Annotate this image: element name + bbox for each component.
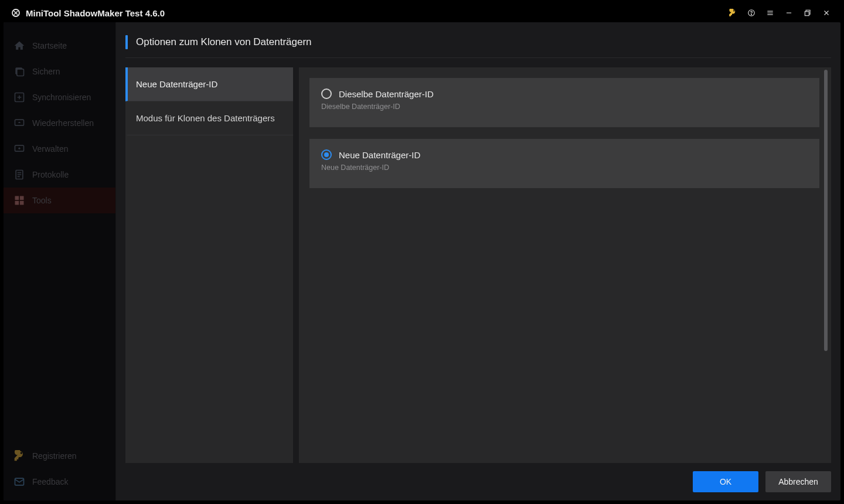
radio-new-id[interactable] xyxy=(321,149,332,160)
scrollbar-thumb[interactable] xyxy=(824,70,828,351)
sync-icon xyxy=(13,91,25,103)
sidebar-item-label: Tools xyxy=(32,196,52,205)
svg-rect-11 xyxy=(15,196,19,200)
subtab-klon-modus[interactable]: Modus für Klonen des Datenträgers xyxy=(125,101,293,135)
content-area: Optionen zum Klonen von Datenträgern Neu… xyxy=(116,22,840,500)
sidebar-item-label: Registrieren xyxy=(32,451,76,461)
log-icon xyxy=(13,169,25,181)
titlebar-close-icon[interactable] xyxy=(817,5,836,21)
tools-icon xyxy=(13,195,25,206)
sidebar-item-label: Wiederherstellen xyxy=(32,118,94,128)
sidebar-item-wiederherstellen[interactable]: Wiederherstellen xyxy=(4,110,115,136)
sidebar-item-synchronisieren[interactable]: Synchronisieren xyxy=(4,84,115,110)
subtab-neue-datentraeger-id[interactable]: Neue Datenträger-ID xyxy=(125,67,293,101)
sidebar-item-label: Verwalten xyxy=(32,144,68,154)
svg-point-9 xyxy=(18,148,20,149)
sidebar: Startseite Sichern Synchronisieren Wiede… xyxy=(4,22,116,500)
svg-rect-5 xyxy=(17,69,24,76)
option-subnav: Neue Datenträger-ID Modus für Klonen des… xyxy=(125,67,293,463)
options-panel: Dieselbe Datenträger-ID Dieselbe Datentr… xyxy=(299,67,831,463)
titlebar-minimize-icon[interactable] xyxy=(780,5,798,21)
backup-icon xyxy=(13,66,25,77)
option-title: Neue Datenträger-ID xyxy=(339,150,420,160)
sidebar-item-startseite[interactable]: Startseite xyxy=(4,33,115,59)
radio-same-id[interactable] xyxy=(321,88,332,99)
home-icon xyxy=(13,40,25,52)
key-icon xyxy=(13,450,25,462)
svg-point-1 xyxy=(751,14,752,15)
subtab-label: Neue Datenträger-ID xyxy=(136,79,217,89)
app-logo-icon xyxy=(11,8,21,18)
sidebar-item-feedback[interactable]: Feedback xyxy=(4,469,115,495)
scrollbar[interactable] xyxy=(823,70,829,461)
sidebar-item-registrieren[interactable]: Registrieren xyxy=(4,443,115,469)
option-subtitle: Dieselbe Datenträger-ID xyxy=(321,103,808,111)
mail-icon xyxy=(13,476,25,488)
restore-icon xyxy=(13,117,25,129)
page-header: Optionen zum Klonen von Datenträgern xyxy=(125,35,831,58)
sidebar-item-label: Startseite xyxy=(32,41,67,50)
svg-rect-3 xyxy=(805,12,809,16)
ok-button[interactable]: OK xyxy=(693,471,758,492)
sidebar-item-label: Sichern xyxy=(32,67,60,76)
svg-rect-12 xyxy=(20,196,24,200)
svg-rect-13 xyxy=(15,201,19,205)
app-title: MiniTool ShadowMaker Test 4.6.0 xyxy=(26,8,165,18)
manage-icon xyxy=(13,143,25,155)
sidebar-item-label: Feedback xyxy=(32,477,68,486)
sidebar-item-protokolle[interactable]: Protokolle xyxy=(4,162,115,188)
sidebar-item-sichern[interactable]: Sichern xyxy=(4,59,115,84)
subtab-label: Modus für Klonen des Datenträgers xyxy=(136,113,275,123)
svg-rect-14 xyxy=(20,201,24,205)
option-card-same-id[interactable]: Dieselbe Datenträger-ID Dieselbe Datentr… xyxy=(309,78,819,127)
sidebar-item-tools[interactable]: Tools xyxy=(4,188,115,213)
option-card-new-id[interactable]: Neue Datenträger-ID Neue Datenträger-ID xyxy=(309,139,819,188)
sidebar-item-verwalten[interactable]: Verwalten xyxy=(4,136,115,162)
option-title: Dieselbe Datenträger-ID xyxy=(339,89,434,99)
accent-bar xyxy=(125,35,128,49)
titlebar-menu-icon[interactable] xyxy=(761,5,780,21)
titlebar-help-icon[interactable] xyxy=(742,5,761,21)
option-subtitle: Neue Datenträger-ID xyxy=(321,164,808,172)
dialog-footer: OK Abbrechen xyxy=(125,463,831,492)
sidebar-item-label: Synchronisieren xyxy=(32,93,91,102)
sidebar-item-label: Protokolle xyxy=(32,170,69,179)
titlebar: MiniTool ShadowMaker Test 4.6.0 xyxy=(4,4,840,22)
titlebar-maximize-icon[interactable] xyxy=(798,5,817,21)
cancel-button[interactable]: Abbrechen xyxy=(765,471,831,492)
titlebar-key-icon[interactable] xyxy=(723,5,742,21)
page-title: Optionen zum Klonen von Datenträgern xyxy=(136,36,312,48)
